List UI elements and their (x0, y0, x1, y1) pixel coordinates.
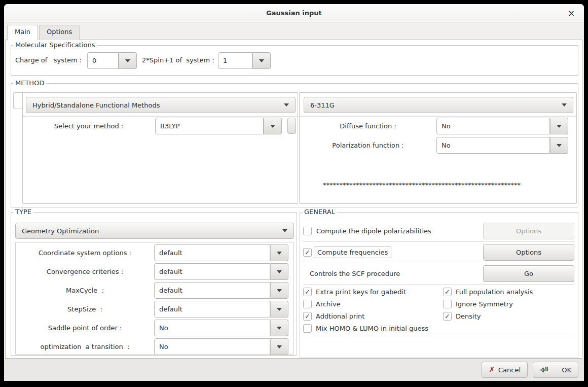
dropdown-button[interactable] (270, 263, 288, 280)
chevron-down-icon (557, 144, 562, 147)
check-item: Extra print keys for gabedit (303, 288, 443, 296)
check-label: Full population analysis (456, 288, 533, 296)
tab-main[interactable]: Main (7, 25, 38, 41)
check-item: Full population analysis (443, 288, 575, 296)
diffuse-value[interactable]: No (436, 118, 550, 134)
tab-options[interactable]: Options (39, 25, 80, 40)
method-legend: METHOD (13, 79, 46, 87)
maxcycle-combo[interactable]: default (154, 282, 288, 299)
window-title: Gaussian input (266, 9, 322, 17)
general-legend: GENERAL (302, 208, 337, 216)
charge-combo[interactable]: 0 (87, 52, 137, 69)
main-tab-content: Molecular Specifications Charge of syste… (5, 40, 582, 359)
frequencies-checkbox[interactable] (303, 248, 312, 257)
general-group: GENERAL Compute the dipole polarizabilit… (300, 212, 578, 358)
diffuse-combo[interactable]: No (436, 118, 568, 134)
type-row-label: Coordinate system options : (16, 244, 154, 261)
scf-row: Controls the SCF procedure Go (303, 263, 575, 284)
ignore-symmetry-checkbox[interactable] (443, 300, 452, 308)
dipole-row: Compute the dipole polarizabilities Opti… (303, 221, 575, 241)
spin-label: 2*Spin+1 of system : (142, 56, 214, 64)
diffuse-label: Diffuse function : (300, 118, 436, 134)
method-side-button[interactable] (287, 118, 296, 134)
method-left-panel: Hybrid/Standalone Functional Methods Sel… (22, 92, 298, 204)
check-item: Addtional print (303, 312, 443, 321)
dipole-options-button[interactable]: Options (483, 223, 574, 239)
dropdown-button[interactable] (270, 282, 288, 299)
extra-print-keys-checkbox[interactable] (303, 288, 312, 296)
charge-dropdown-button[interactable] (119, 52, 137, 69)
select-method-dropdown-button[interactable] (264, 118, 282, 134)
chevron-down-icon (277, 289, 282, 292)
check-item: Mix HOMO & LUMO in initial guess (303, 324, 443, 333)
chevron-down-icon (557, 125, 562, 128)
tabstrip: Main Options (7, 25, 81, 40)
job-type-combo[interactable]: Geometry Optimization (15, 223, 294, 239)
check-item: Archive (303, 300, 443, 308)
close-icon[interactable]: × (566, 8, 577, 19)
saddle-point-combo[interactable]: No (154, 320, 288, 336)
saddle-point-value[interactable]: No (154, 320, 270, 336)
basis-right-panel: 6-311G Diffuse function : No Polarizatio… (299, 92, 577, 204)
select-method-value[interactable]: B3LYP (155, 118, 264, 134)
dropdown-button[interactable] (270, 301, 288, 318)
optimization-transition-combo[interactable]: No (154, 338, 288, 355)
spin-value[interactable]: 1 (218, 52, 252, 69)
stars-line: ****************************************… (323, 180, 556, 190)
ok-button[interactable]: OK (533, 362, 578, 378)
cancel-button[interactable]: ✗ Cancel (482, 362, 528, 378)
maxcycle-value[interactable]: default (154, 282, 270, 299)
additional-print-checkbox[interactable] (303, 312, 312, 321)
spin-combo[interactable]: 1 (218, 52, 271, 69)
dropdown-button[interactable] (270, 338, 288, 355)
type-legend: TYPE (13, 208, 33, 216)
type-row-label: Saddle point of order : (16, 320, 154, 336)
coordinate-system-value[interactable]: default (154, 244, 270, 261)
check-label: Density (456, 312, 481, 320)
chevron-down-icon (125, 59, 130, 62)
check-label: Archive (316, 300, 341, 308)
optimization-transition-value[interactable]: No (154, 338, 270, 355)
convergence-value[interactable]: default (154, 263, 270, 280)
full-population-checkbox[interactable] (443, 288, 452, 296)
polarization-value[interactable]: No (436, 137, 550, 154)
select-method-combo[interactable]: B3LYP (155, 118, 282, 134)
basis-combo[interactable]: 6-311G (304, 97, 573, 113)
frequencies-options-button[interactable]: Options (483, 244, 574, 261)
coordinate-system-combo[interactable]: default (154, 244, 288, 261)
stepsize-value[interactable]: default (154, 301, 270, 318)
titlebar: Gaussian input × (4, 4, 584, 22)
basis-value: 6-311G (310, 101, 335, 109)
convergence-combo[interactable]: default (154, 263, 288, 280)
mix-homo-lumo-checkbox[interactable] (303, 324, 312, 333)
dropdown-button[interactable] (270, 244, 288, 261)
method-family-value: Hybrid/Standalone Functional Methods (32, 101, 160, 109)
chevron-down-icon (284, 103, 289, 107)
scf-go-button[interactable]: Go (483, 265, 574, 282)
check-label: Extra print keys for gabedit (316, 288, 406, 296)
polarization-combo[interactable]: No (436, 137, 568, 154)
archive-checkbox[interactable] (303, 300, 312, 308)
chevron-down-icon (562, 103, 567, 107)
scf-label: Controls the SCF procedure (310, 270, 400, 277)
method-notebook-tab-stub[interactable] (13, 92, 23, 109)
chevron-down-icon (259, 59, 264, 62)
method-family-combo[interactable]: Hybrid/Standalone Functional Methods (26, 97, 296, 113)
type-row-label: Convergence criteries : (16, 263, 154, 279)
separator (303, 336, 575, 336)
dipole-checkbox[interactable] (303, 227, 312, 235)
charge-value[interactable]: 0 (87, 52, 119, 69)
polarization-dropdown-button[interactable] (550, 137, 568, 154)
stepsize-combo[interactable]: default (154, 301, 288, 318)
general-check-grid: Extra print keys for gabedit Full popula… (303, 284, 575, 333)
dropdown-button[interactable] (270, 320, 288, 336)
molecular-specifications-legend: Molecular Specifications (13, 41, 97, 49)
charge-label: Charge of system : (15, 56, 82, 64)
diffuse-dropdown-button[interactable] (550, 118, 568, 134)
check-label: Ignore Symmetry (456, 300, 513, 308)
density-checkbox[interactable] (443, 312, 452, 321)
check-label: Addtional print (316, 312, 364, 320)
spin-dropdown-button[interactable] (252, 52, 271, 69)
molecular-specifications-group: Molecular Specifications Charge of syste… (11, 45, 578, 76)
frequencies-row: Compute frequencies Options (303, 242, 575, 263)
